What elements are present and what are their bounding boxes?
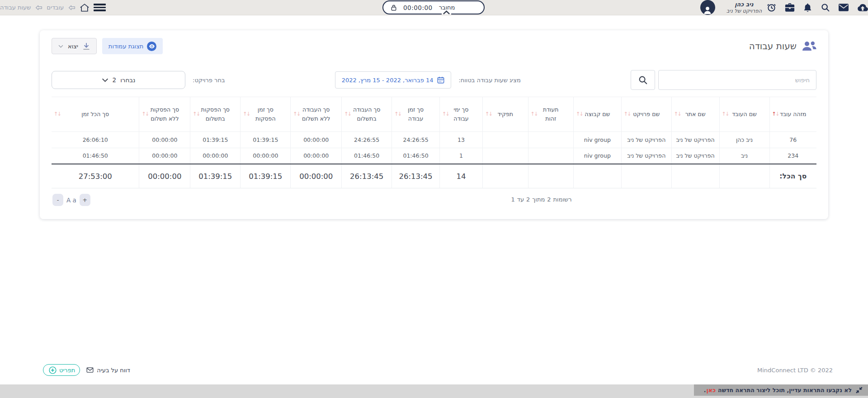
bell-icon[interactable] <box>803 3 812 12</box>
menu-button[interactable]: תפריט <box>43 364 80 376</box>
cloud-upload-icon[interactable] <box>857 3 868 12</box>
sort-icon[interactable]: ↓↑ <box>344 110 351 118</box>
font-decrease-button[interactable]: - <box>52 194 63 206</box>
font-size-controls: - A a + <box>52 194 90 206</box>
eye-icon <box>147 42 156 51</box>
cell <box>483 131 528 148</box>
column-header[interactable]: סך הכל זמן↓↑ <box>52 97 139 131</box>
cell: הפרויקט של ניב <box>621 148 671 164</box>
column-header[interactable]: סך ימי עבודה↓↑ <box>439 97 482 131</box>
table-row[interactable]: 76 ניב כהן הפרויקט של ניב הפרויקט של ניב… <box>52 131 816 148</box>
records-count: 1 עד 2 מתוך 2 רשומות <box>511 196 572 203</box>
plus-circle-icon <box>49 366 57 374</box>
cell: הפרויקט של ניב <box>671 148 719 164</box>
cell: 01:46:50 <box>392 148 440 164</box>
column-header[interactable]: שם קבוצה↓↑ <box>573 97 621 131</box>
cell: 01:46:50 <box>342 148 392 164</box>
briefcase-icon[interactable] <box>785 3 795 12</box>
alarm-clock-icon[interactable] <box>767 3 776 12</box>
sort-icon[interactable]: ↓↑ <box>243 110 250 118</box>
cell: הפרויקט של ניב <box>671 131 719 148</box>
range-label: מציג שעות עבודה בטווח: <box>458 77 520 84</box>
title-row: שעות עבודה תצוגת עמודות יצוא <box>52 37 816 56</box>
cell: 13 <box>439 131 482 148</box>
breadcrumb-arrow-icon <box>35 5 42 10</box>
table-row[interactable]: 234 ניב הפרויקט של ניב הפרויקט של ניב ni… <box>52 148 816 164</box>
sort-icon[interactable]: ↓↑ <box>772 110 779 118</box>
notification-here-link[interactable]: כאן <box>707 387 716 393</box>
font-size-label: A a <box>66 197 76 204</box>
topbar-left-group: ניב כהן הפרויקט של ניב <box>691 0 868 15</box>
total-cell: 00:00:00 <box>139 164 190 188</box>
sort-icon[interactable]: ↓↑ <box>142 110 148 118</box>
total-cell: 01:39:15 <box>241 164 291 188</box>
report-issue-link[interactable]: דווח על בעיה <box>86 367 130 374</box>
work-hours-table: מזהה עובד↓↑ שם העובד↓↑ שם אתר↓↑ שם פרויק… <box>52 97 816 188</box>
column-header[interactable]: סך העבודה ללא תשלום↓↑ <box>291 97 342 131</box>
sort-icon[interactable]: ↓↑ <box>193 110 199 118</box>
column-header[interactable]: סך הפסקות בתשלום↓↑ <box>190 97 241 131</box>
user-project: הפרויקט של ניב <box>726 8 762 14</box>
mail-icon[interactable] <box>839 4 849 11</box>
envelope-icon <box>86 367 94 373</box>
search-button[interactable] <box>631 70 655 90</box>
sort-icon[interactable]: ↓↑ <box>531 110 538 118</box>
column-header[interactable]: שם פרויקט↓↑ <box>621 97 671 131</box>
sort-icon[interactable]: ↓↑ <box>624 110 631 118</box>
sort-icon[interactable]: ↓↑ <box>722 110 729 118</box>
lock-icon <box>391 4 397 11</box>
avatar[interactable] <box>700 0 715 15</box>
sort-icon[interactable]: ↓↑ <box>394 110 401 118</box>
project-select[interactable]: 2 נבחרו <box>52 71 185 89</box>
cell: 234 <box>769 148 816 164</box>
column-header[interactable]: מזהה עובד↓↑ <box>769 97 816 131</box>
date-range-group: מציג שעות עבודה בטווח: 14 פברואר, 2022 -… <box>335 71 521 89</box>
search-icon[interactable] <box>821 3 830 12</box>
sort-icon[interactable]: ↓↑ <box>576 110 583 118</box>
user-name: ניב כהן <box>726 1 762 8</box>
cell: ניב כהן <box>719 131 769 148</box>
column-header[interactable]: שם העובד↓↑ <box>719 97 769 131</box>
breadcrumb-parent[interactable]: עובדים <box>47 4 64 11</box>
copyright-text: MindConnect LTD © 2022 <box>757 367 833 374</box>
sort-icon[interactable]: ↓↑ <box>293 110 300 118</box>
cell: 00:00:00 <box>139 148 190 164</box>
timer-time: 00:00:00 <box>403 4 433 11</box>
date-range-picker[interactable]: 14 פברואר, 2022 - 15 מרץ, 2022 <box>335 71 452 89</box>
project-label: בחר פרויקט: <box>193 77 225 84</box>
cell: 00:00:00 <box>291 148 342 164</box>
column-header[interactable]: סך הפסקות ללא תשלום↓↑ <box>139 97 190 131</box>
home-icon[interactable] <box>80 3 90 12</box>
column-header[interactable]: תפקיד↓↑ <box>483 97 528 131</box>
total-cell: 27:53:00 <box>52 164 139 188</box>
export-button[interactable]: יצוא <box>52 38 97 54</box>
breadcrumb-current[interactable]: שעות עבודה <box>0 4 31 11</box>
font-increase-button[interactable]: + <box>80 194 90 206</box>
table-footer: - A a + 1 עד 2 מתוך 2 רשומות <box>52 194 816 207</box>
column-header[interactable]: סך זמן עבודה↓↑ <box>392 97 440 131</box>
notification-suffix: . <box>704 387 706 393</box>
column-header[interactable]: תעודת זהות↓↑ <box>528 97 573 131</box>
cell: niv group <box>573 148 621 164</box>
column-header[interactable]: סך זמן הפסקות↓↑ <box>241 97 291 131</box>
cell: 00:00:00 <box>139 131 190 148</box>
sort-icon[interactable]: ↓↑ <box>674 110 681 118</box>
column-header[interactable]: שם אתר↓↑ <box>671 97 719 131</box>
top-bar: ניב כהן הפרויקט של ניב 00:00:00 מחובר <box>0 0 868 15</box>
sort-icon[interactable]: ↓↑ <box>54 110 61 118</box>
collapse-icon[interactable] <box>856 387 863 393</box>
bottom-bar: לא נקבעו התראות עדיין, תוכל ליצור התראה … <box>0 384 868 398</box>
timer-widget[interactable]: 00:00:00 מחובר <box>382 0 485 14</box>
columns-view-button[interactable]: תצוגת עמודות <box>102 38 163 54</box>
sort-icon[interactable]: ↓↑ <box>442 110 449 118</box>
column-header[interactable]: סך העבודה בתשלום↓↑ <box>342 97 392 131</box>
cell <box>528 148 573 164</box>
menu-icon[interactable] <box>94 4 106 11</box>
cell <box>483 148 528 164</box>
sort-icon[interactable]: ↓↑ <box>485 110 492 118</box>
search-input[interactable] <box>658 70 816 90</box>
chevron-up-icon[interactable] <box>442 10 451 14</box>
cell: 01:46:50 <box>52 148 139 164</box>
cell: 01:39:15 <box>190 131 241 148</box>
cell: 76 <box>769 131 816 148</box>
